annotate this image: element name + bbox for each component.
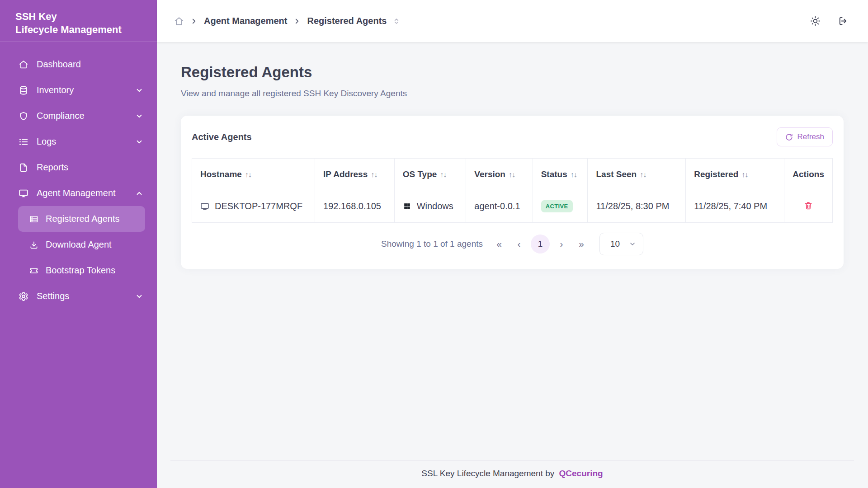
cell-hostname: DESKTOP-177MRQF (192, 190, 315, 223)
caret-updown-icon (393, 18, 400, 25)
gear-icon (19, 291, 28, 301)
sort-icon[interactable]: ↑↓ (245, 171, 251, 178)
chevron-down-icon (135, 292, 143, 300)
app-root: SSH Key Lifecycle Management Dashboard I… (0, 0, 868, 488)
cell-actions (784, 190, 833, 223)
footer-brand-link[interactable]: QCecuring (559, 469, 603, 478)
sidebar-item-compliance[interactable]: Compliance (0, 103, 157, 129)
column-header-ip-address[interactable]: IP Address↑↓ (315, 159, 395, 190)
topbar-actions (810, 16, 848, 26)
refresh-button[interactable]: Refresh (777, 127, 833, 146)
refresh-icon (785, 133, 793, 141)
breadcrumb: Agent Management Registered Agents (174, 16, 400, 26)
column-header-last-seen[interactable]: Last Seen↑↓ (588, 159, 686, 190)
sidebar-item-bootstrap-tokens[interactable]: Bootstrap Tokens (18, 258, 145, 283)
logout-icon (838, 16, 848, 26)
column-header-version[interactable]: Version↑↓ (466, 159, 533, 190)
sidebar-item-label: Inventory (37, 85, 74, 95)
pagination-summary: Showing 1 to 1 of 1 agents (381, 239, 483, 249)
sidebar: SSH Key Lifecycle Management Dashboard I… (0, 0, 157, 488)
pagination: Showing 1 to 1 of 1 agents « ‹ 1 › » 10 (192, 233, 833, 255)
sort-icon[interactable]: ↑↓ (509, 171, 515, 178)
cell-os-type: Windows (394, 190, 466, 223)
chevron-right-icon (293, 17, 301, 25)
pagination-prev-button[interactable]: ‹ (509, 234, 529, 254)
database-icon (19, 85, 28, 95)
sidebar-item-registered-agents[interactable]: Registered Agents (18, 206, 145, 232)
table-header-row: Hostname↑↓ IP Address↑↓ OS Type↑↓ Versio… (192, 159, 833, 190)
refresh-button-label: Refresh (797, 132, 824, 141)
cell-version: agent-0.0.1 (466, 190, 533, 223)
sidebar-item-label: Agent Management (37, 188, 116, 198)
sidebar-item-label: Bootstrap Tokens (46, 265, 115, 276)
breadcrumb-item-agent-management[interactable]: Agent Management (204, 16, 287, 26)
sidebar-item-download-agent[interactable]: Download Agent (18, 232, 145, 258)
table-rows-icon (29, 215, 38, 224)
chevron-down-icon (135, 86, 143, 94)
pagination-page-1-button[interactable]: 1 (531, 235, 550, 253)
sidebar-nav: Dashboard Inventory Compliance Logs Repo… (0, 42, 157, 309)
sidebar-item-label: Reports (37, 162, 68, 173)
sort-icon[interactable]: ↑↓ (640, 171, 646, 178)
theme-toggle-button[interactable] (810, 16, 821, 26)
sidebar-item-dashboard[interactable]: Dashboard (0, 52, 157, 77)
sidebar-item-label: Download Agent (46, 239, 112, 250)
monitor-icon (19, 188, 28, 198)
sidebar-item-inventory[interactable]: Inventory (0, 77, 157, 103)
sidebar-item-reports[interactable]: Reports (0, 155, 157, 180)
breadcrumb-item-registered-agents[interactable]: Registered Agents (307, 16, 387, 26)
sun-icon (810, 16, 821, 26)
table-row: DESKTOP-177MRQF 192.168.0.105 Windows (192, 190, 833, 223)
column-header-registered[interactable]: Registered↑↓ (686, 159, 784, 190)
page-content: Registered Agents View and manage all re… (157, 42, 868, 488)
page-title: Registered Agents (181, 64, 844, 81)
chevron-down-icon (135, 138, 143, 146)
topbar: Agent Management Registered Agents (157, 0, 868, 42)
app-title-line1: SSH Key (15, 10, 142, 23)
page-size-value: 10 (610, 239, 620, 249)
cell-last-seen: 11/28/25, 8:30 PM (588, 190, 686, 223)
chevron-down-icon (629, 240, 636, 248)
pagination-next-button[interactable]: › (552, 234, 571, 254)
pagination-last-button[interactable]: » (571, 234, 591, 254)
sort-icon[interactable]: ↑↓ (440, 171, 446, 178)
agents-table: Hostname↑↓ IP Address↑↓ OS Type↑↓ Versio… (192, 158, 833, 223)
report-file-icon (19, 163, 28, 173)
sidebar-item-logs[interactable]: Logs (0, 129, 157, 155)
main-column: Agent Management Registered Agents Regis… (157, 0, 868, 488)
shield-icon (19, 111, 28, 121)
app-title: SSH Key Lifecycle Management (0, 0, 157, 42)
chevron-up-icon (135, 189, 143, 197)
sort-icon[interactable]: ↑↓ (371, 171, 377, 178)
home-icon[interactable] (174, 16, 184, 26)
column-header-actions: Actions (784, 159, 833, 190)
list-icon (19, 137, 28, 147)
sidebar-item-settings[interactable]: Settings (0, 283, 157, 309)
column-header-hostname[interactable]: Hostname↑↓ (192, 159, 315, 190)
pagination-first-button[interactable]: « (489, 234, 509, 254)
page-size-select[interactable]: 10 (599, 233, 643, 255)
sidebar-item-label: Settings (37, 291, 69, 301)
sidebar-item-agent-management[interactable]: Agent Management (0, 180, 157, 206)
delete-agent-button[interactable] (802, 199, 815, 213)
sidebar-item-label: Compliance (37, 111, 85, 121)
windows-logo-icon (403, 202, 411, 211)
sidebar-item-label: Logs (37, 136, 56, 147)
status-badge: ACTIVE (541, 200, 573, 212)
page-footer: SSL Key Lifecycle Management by QCecurin… (170, 460, 854, 488)
agents-table-wrap: Hostname↑↓ IP Address↑↓ OS Type↑↓ Versio… (192, 158, 833, 223)
cell-status: ACTIVE (533, 190, 588, 223)
column-header-status[interactable]: Status↑↓ (533, 159, 588, 190)
active-agents-card: Active Agents Refresh H (181, 116, 844, 269)
card-title: Active Agents (192, 132, 252, 142)
page-subtitle: View and manage all registered SSH Key D… (181, 89, 844, 99)
logout-button[interactable] (838, 16, 848, 26)
sort-icon[interactable]: ↑↓ (741, 171, 748, 178)
sort-icon[interactable]: ↑↓ (571, 171, 577, 178)
cell-registered: 11/28/25, 7:40 PM (686, 190, 784, 223)
sidebar-item-label: Registered Agents (46, 214, 119, 224)
column-header-os-type[interactable]: OS Type↑↓ (394, 159, 466, 190)
ticket-icon (29, 266, 38, 275)
card-header: Active Agents Refresh (192, 127, 833, 146)
app-title-line2: Lifecycle Management (15, 23, 142, 36)
